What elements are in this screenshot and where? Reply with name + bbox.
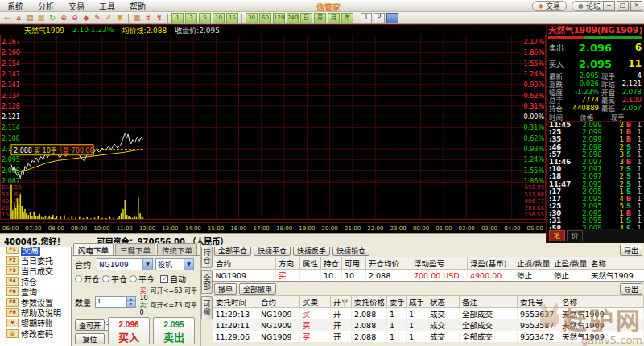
quote-tab-笔[interactable]: 笔 [549,230,565,241]
brush-icon[interactable]: ✐ [104,14,114,23]
trade-button[interactable]: ◆ 交易 [532,1,567,11]
radio-开仓[interactable]: 开仓 [75,273,100,285]
refresh-icon[interactable]: ↻ [47,14,57,23]
toolbar-t-button[interactable]: T [361,13,372,23]
hedge-select[interactable]: 投机 ▼ [155,258,194,270]
maximize-button[interactable]: □ [617,1,629,11]
menu-item[interactable]: 交易 [61,2,92,11]
nav-item-icon: F6 [6,287,19,296]
table-row[interactable]: 11:29:06NG1909买开2.08811成交全部成交9553472天然气1… [213,331,644,342]
grid-icon[interactable]: ▦ [132,14,142,23]
svg-text:281.66: 281.66 [525,205,545,212]
stat-value: 2.067 [619,104,642,112]
indicator-icon[interactable]: ◆ [81,14,91,23]
back-icon[interactable]: ← [2,14,12,23]
reset-button[interactable]: 复位 [75,333,105,344]
svg-text:2.114: 2.114 [2,124,20,131]
orders-band: 撤单全部撤单导出 委托时间合约买卖开平委托价格委手成手状态备注委托号名称11:2… [213,282,644,346]
quote-tab-价[interactable]: 价 [567,230,583,241]
kline2-icon[interactable]: ↯ [155,14,164,23]
kline-icon[interactable]: ↯ [143,14,153,23]
button-全部撤单[interactable]: 全部撤单 [239,283,276,295]
filter-icon[interactable]: ▼ [115,14,125,23]
buy-button[interactable]: 2.096 买入 [108,317,150,344]
quantity-input[interactable] [96,297,126,306]
sell-avail-info: 可开<=73 可平 0 [140,302,197,316]
stepper-arrows[interactable]: ▲▼ [126,297,135,307]
period-button-240[interactable]: 240 [287,13,299,23]
contract-value: NG1909 [97,261,142,269]
forum-button[interactable]: ● 论坛 [572,1,607,11]
order-tab-三键下单[interactable]: 三键下单 [115,243,155,255]
period-button-3[interactable]: 3 [185,13,197,23]
window-layout-icon[interactable] [386,13,398,23]
column-header: 委手 [387,296,407,308]
table-row[interactable]: 11:29:11NG1909买开2.08811成交全部成交9553587天然气1… [213,319,644,331]
contract-select[interactable]: NG1909 ▼ [97,258,153,270]
period-button-周[interactable]: 周 [314,13,326,23]
avail-info: 买: 可开<=63 可平 10 卖: 可开<=73 可平 0 [140,287,200,316]
cell: 开 [331,308,352,320]
edit-icon[interactable]: ✎ [93,14,102,23]
zoom-in-icon[interactable]: ⊕ [59,14,68,23]
menu-item[interactable]: 帮助 [122,2,153,11]
quantity-stepper[interactable]: ▲▼ [95,296,136,308]
period-button-1[interactable]: 1 [171,13,184,23]
table-row[interactable]: 11:29:13NG1909买开2.08811成交全部成交9553637天然气1… [213,308,644,320]
zoom-out-icon[interactable]: ⊖ [70,14,80,23]
cell: NG1909 [258,308,300,320]
table-row[interactable]: NG1909买10102.088700.00 USD4900.00停止停止天然气… [213,270,644,282]
nav-item-修改密码[interactable]: 🔒修改密码 [0,328,71,339]
time-tick: 18:00 [276,225,292,232]
period-button-年[interactable]: 年 [341,13,353,23]
section-tab-全部[interactable]: 全部 [201,270,213,294]
bid-row[interactable]: 买入 2.095 11 [547,56,644,72]
tick-col-header: 价格 [580,112,610,122]
order-tab-传统下单[interactable]: 传统下单 [157,243,197,255]
print-icon[interactable]: ▤ [25,14,35,23]
stat-value: 2.078 [619,88,642,96]
period-button-10[interactable]: 10 [213,13,225,23]
sell-button[interactable]: 2.095 卖出 [153,317,195,344]
buy-avail-info: 可开<=63 可平 10 [140,287,197,302]
period-button-5[interactable]: 5 [199,13,211,23]
cell: 天然气1909 [588,270,644,282]
toolbar-p-button[interactable]: P [374,13,385,23]
export-button[interactable]: 导出 [620,283,642,295]
time-tick: 22:00 [367,225,383,232]
cell: 成交 [427,331,460,342]
menu-item[interactable]: 工具 [92,2,122,11]
layout-icon[interactable]: ▦ [36,14,46,23]
period-button-30[interactable]: 30 [246,13,258,23]
chart-panel: 天然气1909 2.10 1.23% 均价线:2.088 收盘价:2.095 2… [0,24,546,243]
main-area: 天然气1909 2.10 1.23% 均价线:2.088 收盘价:2.095 2… [0,24,644,243]
minimize-button[interactable]: ─ [603,1,615,11]
auto-checkbox[interactable]: ✓自动 [160,273,186,285]
section-tab-持仓[interactable]: 持仓 [201,245,213,268]
period-button-60[interactable]: 60 [259,13,271,23]
section-tab-可撤[interactable]: 可撤 [201,296,213,319]
cell: 4900.00 [468,270,514,282]
stat-value: 2.100 [619,96,642,104]
period-button-月[interactable]: 月 [328,13,340,23]
home-icon[interactable]: ⌂ [14,14,23,23]
export-button[interactable]: 导出 [620,245,642,256]
period-button-日[interactable]: 日 [300,13,312,23]
cell: 1 [407,319,427,331]
button-撤单[interactable]: 撤单 [214,283,237,295]
close-button[interactable]: × [630,1,642,11]
svg-text:2.167: 2.167 [2,39,20,46]
radio-平仓[interactable]: 平仓 [102,273,127,285]
svg-text:1.24%: 1.24% [524,156,545,163]
menu-item[interactable]: 分析 [31,2,61,11]
tick-table-header: 时间价格现手 [547,112,644,122]
menu-item[interactable]: 系统 [0,2,31,11]
ask-row[interactable]: 卖出 2.096 6 [547,39,644,56]
intraday-chart[interactable]: 2.1672.17%2.1601.86%2.1541.55%2.1471.24%… [0,35,546,220]
order-tab-闪电下单[interactable]: 闪电下单 [73,243,114,255]
period-button-120[interactable]: 120 [273,13,285,23]
nav-item-icon: 🔒 [6,329,19,338]
check-open-button[interactable]: 查可开 [75,319,105,331]
radio-平今[interactable]: 平今 [130,273,155,285]
period-button-15[interactable]: 15 [226,13,238,23]
